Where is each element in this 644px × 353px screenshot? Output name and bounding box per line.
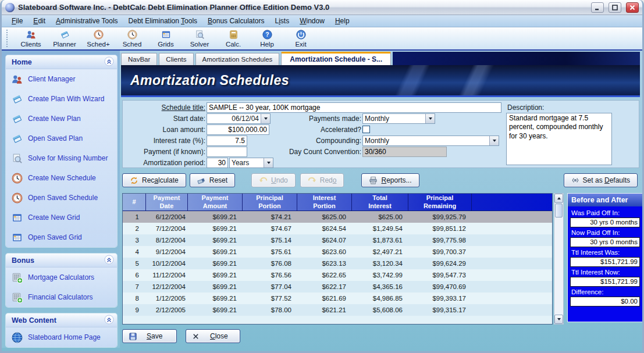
close-button[interactable] [626, 2, 639, 13]
chevron-down-icon[interactable] [489, 136, 499, 145]
menu-file[interactable]: File [6, 16, 28, 26]
accelerated-label: Accelerated? [257, 124, 361, 135]
collapse-chevron-icon[interactable] [104, 315, 114, 326]
reports-button[interactable]: Reports... [361, 173, 419, 187]
calculator-icon [228, 29, 239, 40]
close-x-icon [192, 333, 200, 340]
sidebar-item-mortgage-calculators[interactable]: Mortgage Calculators [6, 268, 117, 287]
payments-made-combo[interactable]: Monthly [362, 113, 435, 124]
sidebar-panel-home: Home Client Manager Create Plan With Wiz… [6, 55, 117, 247]
table-row[interactable]: 712/12/2004$699.21$77.04$622.17$4,365.16… [123, 281, 552, 293]
eraser-icon [197, 176, 206, 185]
sidebar-item-client-manager[interactable]: Client Manager [6, 69, 117, 89]
toolbar-label: Help [260, 41, 274, 48]
save-button[interactable]: Save [122, 329, 177, 343]
chevron-down-icon[interactable] [264, 158, 273, 167]
tab-amortization-schedules[interactable]: Amortization Schedules [195, 53, 280, 65]
reset-button[interactable]: Reset [190, 173, 235, 187]
scrollbar-track[interactable] [554, 218, 563, 315]
refresh-icon [130, 176, 138, 185]
sidebar-panel-bonus: Bonus Mortgage Calculators Financial Cal… [6, 254, 117, 307]
interest-rate-input[interactable] [207, 136, 247, 146]
sidebar-item-open-saved-schedule[interactable]: Open Saved Schedule [6, 188, 117, 208]
book-icon [10, 132, 23, 145]
window-title: Slateboard Software Inc. - DebtCalc Debt… [18, 3, 586, 12]
menu-window[interactable]: Window [294, 16, 330, 26]
menu-help[interactable]: Help [330, 16, 355, 26]
amortization-period-input[interactable] [207, 158, 228, 168]
sidebar-item-create-new-plan[interactable]: Create New Plan [6, 109, 117, 129]
scrollbar-thumb[interactable] [555, 204, 563, 217]
vertical-scrollbar[interactable] [554, 193, 564, 325]
toolbar-calc-button[interactable]: Calc. [216, 29, 250, 48]
toolbar-sched-button[interactable]: Sched [115, 29, 149, 48]
table-row[interactable]: 38/12/2004$699.21$75.14$624.07$1,873.61$… [123, 234, 552, 246]
toolbar-sched-plus-button[interactable]: Sched+ [81, 29, 115, 48]
close-tab-button[interactable]: Close [186, 329, 240, 343]
payments-made-label: Payments made: [257, 113, 361, 124]
sidebar-item-create-new-grid[interactable]: Create New Grid [6, 208, 117, 227]
compounding-combo[interactable]: Monthly [362, 136, 499, 146]
now-paid-off-label: Now Paid Off In: [571, 229, 640, 236]
ttl-interest-now-label: Ttl Interest Now: [571, 269, 640, 276]
description-textarea[interactable]: Standard mortgage at 7.5 percent, compou… [506, 113, 612, 165]
chevron-down-icon[interactable] [425, 114, 435, 123]
planner-book-icon [59, 29, 70, 40]
table-row[interactable]: 510/12/2004$699.21$76.08$623.13$3,120.34… [123, 258, 552, 269]
set-defaults-icon [571, 176, 579, 184]
table-row[interactable]: 92/12/2005$699.21$78.00$621.21$5,608.06$… [123, 304, 552, 316]
start-date-label: Start date: [124, 113, 205, 124]
payment-input[interactable] [207, 147, 247, 157]
sidebar-item-financial-calculators[interactable]: Financial Calculators [6, 287, 117, 307]
tab-navbar[interactable]: NavBar [121, 53, 157, 65]
recalculate-button[interactable]: Recalculate [122, 173, 186, 187]
amortization-table: # Payment Date Payment Amount Principal … [122, 193, 553, 325]
toolbar-exit-button[interactable]: Exit [284, 29, 318, 48]
table-row[interactable]: 611/12/2004$699.21$76.56$622.65$3,742.99… [123, 269, 552, 281]
tab-clients[interactable]: Clients [159, 53, 193, 65]
title-bar: Slateboard Software Inc. - DebtCalc Debt… [2, 0, 642, 15]
menu-debt-elimination-tools[interactable]: Debt Elimination Tools [123, 16, 203, 26]
sidebar-item-create-new-schedule[interactable]: Create New Schedule [6, 168, 117, 188]
toolbar-help-button[interactable]: ? Help [250, 29, 284, 48]
menu-edit[interactable]: Edit [28, 16, 51, 26]
menu-bonus-calculators[interactable]: Bonus Calculators [202, 16, 269, 26]
sidebar-item-open-saved-grid[interactable]: Open Saved Grid [6, 227, 117, 247]
toolbar-grids-button[interactable]: Grids [149, 29, 183, 48]
toolbar: Clients Planner Sched+ Sched Grids Solve… [2, 27, 642, 51]
column-header-payment-date: Payment Date [146, 194, 188, 211]
toolbar-clients-button[interactable]: Clients [14, 29, 48, 48]
arrow-up-icon [557, 197, 561, 199]
table-row[interactable]: 27/12/2004$699.21$74.67$624.54$1,249.54$… [123, 223, 552, 234]
ttl-interest-now-value: $151,721.99 [570, 277, 640, 287]
amortization-unit-combo[interactable]: Years [229, 158, 273, 168]
sidebar-item-slateboard-home-page[interactable]: Slateboard Home Page [6, 327, 117, 347]
toolbar-planner-button[interactable]: Planner [48, 29, 81, 48]
sidebar-item-create-plan-with-wizard[interactable]: Create Plan With Wizard [6, 89, 117, 109]
undo-button[interactable]: Undo [251, 173, 296, 187]
accelerated-checkbox[interactable] [362, 126, 370, 133]
sidebar-item-solve-for-missing-number[interactable]: Solve for Missing Number [6, 148, 117, 168]
before-after-title: Before and After [568, 194, 642, 206]
table-row[interactable]: 81/12/2005$699.21$77.52$621.69$4,986.85$… [123, 293, 552, 304]
schedule-title-input[interactable] [207, 102, 501, 113]
toolbar-solver-button[interactable]: Solver [183, 29, 216, 48]
menu-lists[interactable]: Lists [269, 16, 294, 26]
column-header-principal-remaining: Principal Remaining [408, 194, 472, 211]
scroll-up-button[interactable] [554, 194, 563, 203]
menu-administrative-tools[interactable]: Administrative Tools [51, 16, 123, 26]
maximize-button[interactable] [609, 2, 621, 13]
table-row[interactable]: 16/12/2004$699.21$74.21$625.00$625.00$99… [123, 211, 552, 223]
collapse-chevron-icon[interactable] [104, 255, 114, 266]
table-row[interactable]: 49/12/2004$699.21$75.61$623.60$2,497.21$… [123, 246, 552, 258]
tab-amortization-schedule-sample[interactable]: Amortization Schedule - S... [281, 52, 391, 65]
collapse-chevron-icon[interactable] [104, 56, 114, 68]
minimize-button[interactable] [591, 2, 604, 13]
set-as-defaults-button[interactable]: Set as Defaults [564, 173, 638, 187]
grid-icon [10, 231, 23, 244]
app-icon [5, 3, 15, 12]
sidebar-item-open-saved-plan[interactable]: Open Saved Plan [6, 129, 117, 148]
scroll-down-button[interactable] [554, 315, 563, 324]
clock-icon [10, 191, 23, 204]
redo-button[interactable]: Redo [300, 173, 344, 187]
